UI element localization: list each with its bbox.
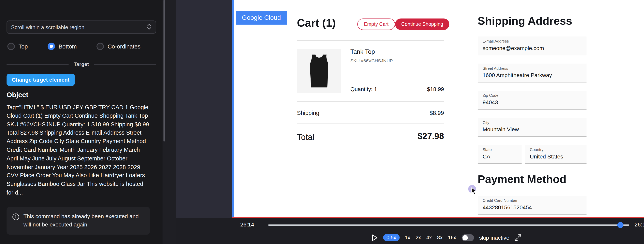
scroll-mode-bottom[interactable]: Bottom: [48, 42, 77, 50]
play-icon: [372, 234, 378, 241]
street-address-field[interactable]: Street Address 1600 Amphitheatre Parkway: [478, 64, 586, 83]
object-heading: Object: [6, 91, 156, 99]
field-label: Credit Card Number: [482, 198, 582, 203]
shipping-price: $8.99: [297, 110, 444, 116]
info-icon: [12, 213, 19, 220]
field-value: 94043: [482, 99, 582, 105]
end-time: 26:1: [634, 222, 644, 228]
player-bar: 26:14 26:1 0.5x 1x 2x 4x 8x 16x skip ina…: [176, 218, 644, 244]
brand-badge[interactable]: Google Cloud: [236, 11, 287, 25]
action-select[interactable]: Scroll within a scrollable region: [6, 20, 156, 34]
radio-icon: [96, 42, 104, 50]
divider: [297, 123, 444, 123]
chevrons-up-down-icon: [147, 24, 152, 30]
executed-notice: This command has already been executed a…: [6, 207, 150, 235]
city-field[interactable]: City Mountain View: [478, 118, 586, 137]
scroll-mode-label: Bottom: [58, 43, 77, 50]
fullscreen-button[interactable]: [515, 234, 521, 241]
fullscreen-icon: [515, 234, 521, 241]
change-target-button[interactable]: Change target element: [6, 74, 75, 86]
replayed-webpage: Google Cloud Cart (1) Empty Cart Continu…: [234, 0, 644, 217]
scrollbar-thumb[interactable]: [163, 0, 164, 142]
shipping-address-heading: Shipping Address: [478, 15, 572, 27]
speed-4x-button[interactable]: 4x: [426, 235, 432, 241]
item-name: Tank Top: [350, 48, 375, 55]
cart-title: Cart (1): [297, 17, 336, 29]
continue-shopping-button[interactable]: Continue Shopping: [395, 18, 450, 30]
current-time: 26:14: [240, 222, 254, 228]
field-label: Street Address: [482, 66, 582, 71]
state-field[interactable]: State CA: [478, 145, 522, 164]
session-replay-app: Scroll within a scrollable region Top Bo…: [0, 0, 644, 244]
skip-inactive-label: skip inactive: [479, 235, 509, 241]
action-select-value: Scroll within a scrollable region: [11, 24, 84, 30]
object-description: Tag="HTML" $ EUR USD JPY GBP TRY CAD 1 G…: [6, 103, 151, 197]
field-label: Country: [530, 147, 582, 152]
speed-1x-button[interactable]: 1x: [405, 235, 410, 241]
scroll-mode-group: Top Bottom Co-ordinates: [7, 42, 156, 50]
timeline-handle[interactable]: [617, 222, 624, 228]
field-label: City: [482, 120, 582, 125]
field-value: United States: [530, 154, 582, 160]
speed-8x-button[interactable]: 8x: [437, 235, 442, 241]
scroll-mode-coordinates[interactable]: Co-ordinates: [96, 42, 140, 50]
field-label: State: [482, 147, 517, 152]
skip-inactive-toggle[interactable]: [462, 234, 474, 241]
field-label: E-mail Address: [482, 39, 582, 43]
field-value: 4432801561520454: [482, 204, 582, 211]
speed-0-5x-button[interactable]: 0.5x: [383, 234, 400, 241]
target-section-divider: Target: [6, 61, 156, 67]
total-price: $27.98: [297, 131, 444, 141]
timeline-track[interactable]: [268, 225, 629, 226]
play-button[interactable]: [372, 234, 378, 241]
target-section-label: Target: [74, 61, 89, 67]
field-value: 1600 Amphitheatre Parkway: [482, 72, 582, 78]
radio-selected-icon: [48, 42, 55, 50]
field-value: CA: [482, 154, 517, 160]
speed-16x-button[interactable]: 16x: [448, 235, 456, 241]
zip-code-field[interactable]: Zip Code 94043: [478, 91, 586, 110]
country-field[interactable]: Country United States: [525, 145, 586, 164]
scroll-mode-label: Co-ordinates: [108, 43, 140, 50]
timeline-slider[interactable]: [268, 224, 629, 226]
viewport-left-edge: [232, 0, 234, 217]
radio-icon: [7, 42, 14, 50]
item-sku: SKU #66VCHSJNUP: [350, 58, 393, 63]
executed-notice-text: This command has already been executed a…: [24, 213, 144, 229]
field-label: Zip Code: [482, 93, 582, 98]
payment-method-heading: Payment Method: [478, 173, 566, 186]
divider: [297, 40, 444, 41]
credit-card-field[interactable]: Credit Card Number 4432801561520454: [478, 196, 586, 215]
panel-scrollbar[interactable]: [162, 0, 176, 244]
email-field[interactable]: E-mail Address someone@example.com: [478, 36, 586, 55]
replay-stage: Google Cloud Cart (1) Empty Cart Continu…: [176, 0, 644, 218]
playback-controls: 0.5x 1x 2x 4x 8x 16x skip inactive: [372, 233, 521, 242]
toggle-knob: [462, 235, 468, 240]
empty-cart-button[interactable]: Empty Cart: [357, 18, 395, 30]
command-panel: Scroll within a scrollable region Top Bo…: [0, 0, 162, 244]
divider: [297, 101, 444, 102]
scroll-mode-top[interactable]: Top: [7, 42, 28, 50]
tank-top-image: [308, 54, 330, 88]
scroll-mode-label: Top: [18, 43, 28, 50]
field-value: Mountain View: [482, 126, 582, 132]
item-price: $18.99: [297, 86, 444, 92]
speed-2x-button[interactable]: 2x: [416, 235, 421, 241]
field-value: someone@example.com: [482, 45, 582, 51]
mouse-cursor-icon: [471, 188, 477, 197]
